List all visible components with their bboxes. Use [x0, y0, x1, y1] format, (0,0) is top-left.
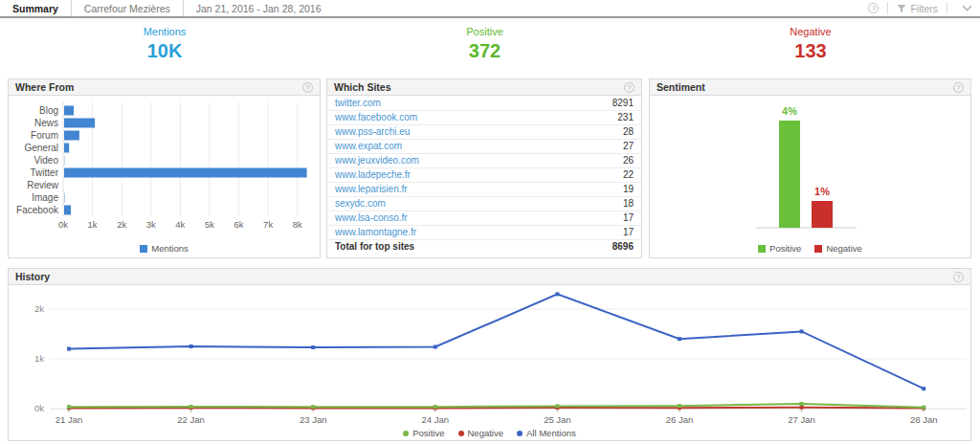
panel-header: Where From ? [9, 79, 320, 96]
legend-label: Positive [412, 428, 444, 438]
site-link[interactable]: www.pss-archi.eu [327, 124, 557, 139]
svg-text:0k: 0k [34, 403, 44, 413]
svg-text:News: News [34, 118, 58, 128]
site-link[interactable]: www.ladepeche.fr [327, 167, 557, 182]
table-row: sexydc.com 18 [327, 196, 641, 211]
legend-swatch [814, 245, 822, 253]
metric-label: Negative [649, 26, 972, 37]
info-icon[interactable]: ? [953, 272, 964, 282]
metric-negative: Negative 133 [649, 26, 972, 62]
metric-value: 372 [326, 40, 643, 62]
svg-text:Forum: Forum [31, 130, 58, 141]
legend-label: All Mentions [526, 428, 576, 438]
svg-text:Image: Image [32, 192, 58, 203]
legend-label: Positive [769, 243, 801, 254]
svg-text:8k: 8k [293, 219, 302, 230]
site-count: 17 [557, 211, 641, 225]
where-from-legend: Mentions [9, 243, 320, 254]
panel-title: Where From [15, 81, 74, 93]
site-count: 17 [557, 225, 641, 239]
site-link[interactable]: www.expat.com [327, 139, 557, 153]
svg-text:21 Jan: 21 Jan [56, 414, 83, 425]
legend-dot [403, 431, 409, 436]
legend-swatch [758, 245, 766, 253]
legend-item-negative[interactable]: Negative [814, 243, 862, 254]
svg-text:4k: 4k [175, 219, 185, 230]
panel-title: Sentiment [657, 81, 705, 93]
legend-item-positive[interactable]: Positive [758, 243, 801, 254]
panel-header: History ? [9, 269, 970, 285]
site-count: 27 [557, 139, 641, 153]
legend-item-negative[interactable]: Negative [458, 428, 504, 438]
site-count: 8291 [557, 96, 641, 110]
panel-history: History ? 0k1k2k21 Jan22 Jan23 Jan24 Jan… [8, 268, 971, 441]
info-icon[interactable]: ? [624, 82, 635, 93]
svg-text:2k: 2k [117, 219, 126, 230]
panel-title: History [15, 271, 50, 282]
legend-label: Mentions [151, 243, 189, 254]
legend-dot [458, 431, 464, 436]
svg-text:Blog: Blog [39, 105, 58, 116]
info-icon[interactable]: ? [953, 82, 964, 93]
funnel-icon [897, 4, 906, 13]
site-link[interactable]: www.lsa-conso.fr [327, 211, 557, 225]
site-link[interactable]: twitter.com [327, 96, 557, 110]
svg-text:Review: Review [27, 180, 59, 190]
svg-text:Facebook: Facebook [16, 205, 59, 215]
site-link[interactable]: www.lamontagne.fr [327, 225, 557, 239]
svg-text:25 Jan: 25 Jan [544, 414, 571, 425]
site-link[interactable]: www.jeuxvideo.com [327, 153, 557, 167]
table-total-row: Total for top sites 8696 [327, 239, 641, 254]
history-line-chart[interactable]: 0k1k2k21 Jan22 Jan23 Jan24 Jan25 Jan26 J… [10, 285, 971, 427]
legend-label: Negative [468, 428, 504, 438]
filters-button[interactable]: Filters [897, 3, 938, 14]
legend-item-positive[interactable]: Positive [403, 428, 444, 438]
metric-label: Mentions [8, 26, 322, 37]
table-row: twitter.com 8291 [327, 96, 641, 110]
svg-text:1%: 1% [814, 186, 830, 197]
site-count: 231 [557, 110, 641, 124]
svg-text:Twitter: Twitter [31, 167, 59, 178]
sites-table: twitter.com 8291 www.facebook.com 231 ww… [327, 96, 641, 254]
top-tab-bar: Summary Carrefour Mezières Jan 21, 2016 … [0, 0, 980, 18]
info-icon[interactable]: ? [302, 82, 313, 93]
site-count: 19 [557, 182, 641, 196]
separator [947, 2, 947, 14]
svg-text:28 Jan: 28 Jan [910, 414, 938, 425]
metric-label: Positive [326, 26, 643, 37]
dashboard: Summary Carrefour Mezières Jan 21, 2016 … [0, 0, 980, 444]
table-row: www.expat.com 27 [327, 139, 641, 153]
metric-value: 10K [8, 40, 322, 62]
tab-project-name[interactable]: Carrefour Mezières [72, 0, 184, 16]
site-link[interactable]: www.leparisien.fr [327, 182, 557, 196]
svg-text:5k: 5k [205, 219, 214, 230]
table-row: www.lamontagne.fr 17 [327, 225, 641, 239]
history-legend: Positive Negative All Mentions [9, 428, 970, 438]
svg-text:3k: 3k [146, 219, 156, 230]
chevron-down-icon[interactable] [956, 5, 978, 11]
metric-positive: Positive 372 [326, 26, 643, 62]
svg-text:2k: 2k [34, 303, 44, 314]
legend-item-mentions[interactable]: Mentions [140, 243, 189, 254]
svg-text:22 Jan: 22 Jan [177, 414, 205, 425]
sentiment-legend: Positive Negative [650, 243, 970, 254]
legend-swatch [140, 245, 147, 253]
legend-dot [517, 431, 523, 436]
svg-text:General: General [24, 143, 58, 153]
svg-text:27 Jan: 27 Jan [788, 414, 815, 425]
site-link[interactable]: www.facebook.com [327, 110, 557, 124]
help-icon[interactable]: ? [868, 3, 879, 13]
svg-text:24 Jan: 24 Jan [422, 414, 450, 425]
date-range[interactable]: Jan 21, 2016 - Jan 28, 2016 [184, 0, 334, 16]
panel-header: Which Sites ? [327, 79, 641, 96]
sentiment-bar-chart[interactable]: 4%1% [651, 96, 971, 239]
site-count: 18 [557, 196, 641, 211]
table-row: www.ladepeche.fr 22 [327, 167, 641, 182]
site-link[interactable]: sexydc.com [327, 196, 557, 211]
svg-text:6k: 6k [234, 219, 244, 230]
legend-item-all-mentions[interactable]: All Mentions [517, 428, 576, 438]
site-count: 22 [557, 167, 641, 182]
where-from-bar-chart[interactable]: 0k1k2k3k4k5k6k7k8kBlogNewsForumGeneralVi… [10, 100, 320, 234]
svg-text:Video: Video [34, 155, 59, 166]
tab-summary[interactable]: Summary [0, 0, 72, 16]
